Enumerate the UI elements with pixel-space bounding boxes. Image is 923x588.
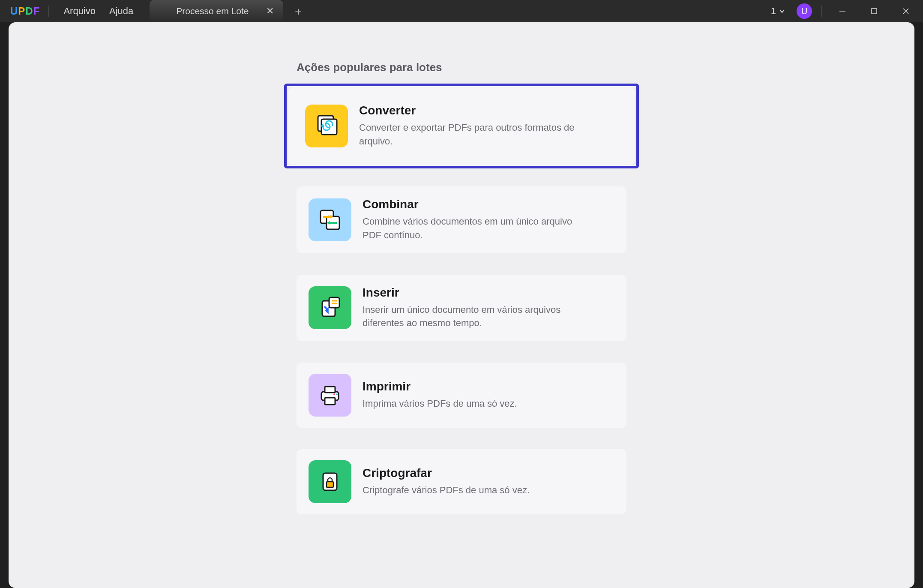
card-text: Converter Converter e exportar PDFs para…	[359, 104, 618, 148]
card-combine[interactable]: Combinar Combine vários documentos em um…	[297, 186, 626, 253]
svg-rect-13	[329, 297, 339, 308]
close-button[interactable]	[893, 0, 919, 22]
card-print[interactable]: Imprimir Imprima vários PDFs de uma só v…	[297, 363, 626, 428]
tab-label: Processo em Lote	[176, 6, 249, 16]
card-text: Imprimir Imprima vários PDFs de uma só v…	[363, 380, 614, 411]
titlebar: UPDF Arquivo Ajuda Processo em Lote ✕ ＋ …	[0, 0, 923, 22]
card-title: Imprimir	[363, 380, 614, 393]
card-title: Converter	[359, 104, 618, 117]
app-logo: UPDF	[10, 5, 40, 17]
menu-help[interactable]: Ajuda	[102, 6, 140, 17]
card-insert[interactable]: Inserir Inserir um único documento em vá…	[297, 275, 626, 342]
maximize-button[interactable]	[861, 0, 887, 22]
encrypt-icon	[309, 460, 351, 503]
avatar-initial: U	[801, 6, 807, 16]
maximize-icon	[871, 8, 878, 15]
card-title: Inserir	[363, 286, 614, 300]
combine-icon	[309, 198, 351, 241]
close-icon	[902, 7, 910, 15]
card-highlight-frame: Converter Converter e exportar PDFs para…	[284, 84, 639, 168]
svg-rect-19	[325, 398, 335, 405]
avatar[interactable]: U	[797, 3, 812, 19]
close-tab-icon[interactable]: ✕	[264, 6, 276, 16]
card-text: Inserir Inserir um único documento em vá…	[363, 286, 614, 330]
card-convert[interactable]: Converter Converter e exportar PDFs para…	[288, 87, 635, 165]
main: Ações populares para lotes Converter Con…	[9, 22, 914, 532]
card-wrap: Imprimir Imprima vários PDFs de uma só v…	[293, 359, 630, 431]
svg-point-21	[336, 393, 338, 395]
insert-icon	[309, 286, 351, 329]
titlebar-right: 1 U	[767, 0, 923, 22]
card-text: Combinar Combine vários documentos em um…	[363, 198, 614, 242]
card-encrypt[interactable]: Criptografar Criptografe vários PDFs de …	[297, 449, 626, 514]
card-desc: Converter e exportar PDFs para outros fo…	[359, 121, 582, 148]
divider	[48, 6, 49, 17]
card-text: Criptografar Criptografe vários PDFs de …	[363, 466, 614, 497]
svg-point-20	[333, 393, 335, 395]
window-count-dropdown[interactable]: 1	[767, 6, 789, 17]
content-frame: Ações populares para lotes Converter Con…	[9, 22, 914, 588]
svg-rect-1	[872, 9, 877, 14]
convert-icon	[305, 105, 348, 147]
chevron-down-icon	[779, 8, 785, 15]
section-title: Ações populares para lotes	[297, 61, 626, 74]
card-title: Combinar	[363, 198, 614, 211]
card-desc: Inserir um único documento em vários arq…	[363, 303, 585, 330]
card-wrap: Combinar Combine vários documentos em um…	[293, 183, 630, 257]
tab-batch-process[interactable]: Processo em Lote ✕	[150, 0, 283, 22]
card-wrap: Inserir Inserir um único documento em vá…	[293, 271, 630, 345]
card-title: Criptografar	[363, 466, 614, 480]
card-desc: Criptografe vários PDFs de uma só vez.	[363, 483, 585, 497]
add-tab-icon[interactable]: ＋	[293, 6, 304, 17]
divider	[821, 6, 822, 17]
menu-file[interactable]: Arquivo	[57, 6, 102, 17]
minimize-button[interactable]	[830, 0, 855, 22]
card-desc: Imprima vários PDFs de uma só vez.	[363, 397, 585, 411]
window-count: 1	[771, 6, 776, 17]
svg-rect-18	[325, 387, 335, 393]
card-desc: Combine vários documentos em um único ar…	[363, 215, 585, 242]
minimize-icon	[839, 7, 846, 15]
print-icon	[309, 374, 351, 417]
card-wrap: Criptografar Criptografe vários PDFs de …	[293, 446, 630, 518]
svg-rect-23	[327, 482, 333, 487]
